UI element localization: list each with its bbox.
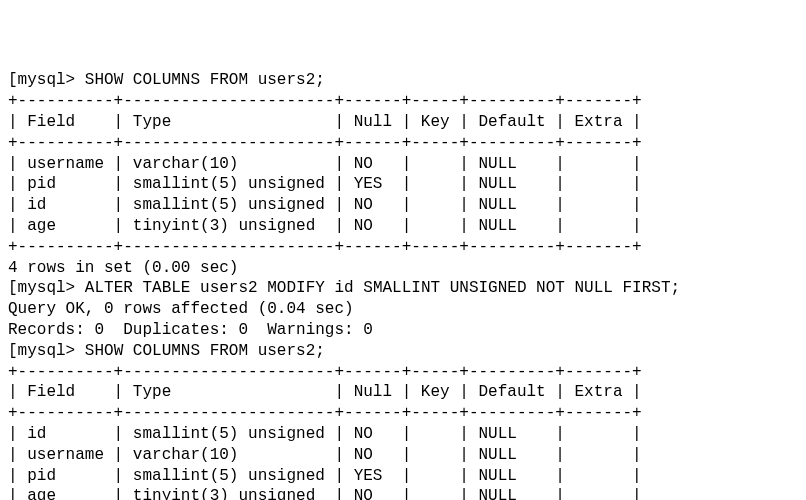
mysql-prompt: mysql> <box>18 342 85 360</box>
table-row: | pid | smallint(5) unsigned | YES | | N… <box>8 466 798 487</box>
mysql-prompt-line[interactable]: [mysql> ALTER TABLE users2 MODIFY id SMA… <box>8 278 798 299</box>
table-header-row: | Field | Type | Null | Key | Default | … <box>8 382 798 403</box>
mysql-prompt-line[interactable]: [mysql> SHOW COLUMNS FROM users2; <box>8 70 798 91</box>
prompt-bracket-icon: [ <box>8 342 18 360</box>
table-row: | id | smallint(5) unsigned | NO | | NUL… <box>8 424 798 445</box>
mysql-prompt: mysql> <box>18 71 85 89</box>
table-row: | username | varchar(10) | NO | | NULL |… <box>8 445 798 466</box>
table-row: | username | varchar(10) | NO | | NULL |… <box>8 154 798 175</box>
mysql-prompt: mysql> <box>18 279 85 297</box>
table-border: +----------+----------------------+-----… <box>8 133 798 154</box>
mysql-terminal: [mysql> SHOW COLUMNS FROM users2;+------… <box>8 70 798 500</box>
sql-command[interactable]: ALTER TABLE users2 MODIFY id SMALLINT UN… <box>85 279 680 297</box>
query-message: Query OK, 0 rows affected (0.04 sec) <box>8 299 798 320</box>
table-row: | pid | smallint(5) unsigned | YES | | N… <box>8 174 798 195</box>
prompt-bracket-icon: [ <box>8 279 18 297</box>
mysql-prompt-line[interactable]: [mysql> SHOW COLUMNS FROM users2; <box>8 341 798 362</box>
sql-command[interactable]: SHOW COLUMNS FROM users2; <box>85 71 325 89</box>
table-border: +----------+----------------------+-----… <box>8 91 798 112</box>
table-border: +----------+----------------------+-----… <box>8 403 798 424</box>
table-header-row: | Field | Type | Null | Key | Default | … <box>8 112 798 133</box>
table-row: | age | tinyint(3) unsigned | NO | | NUL… <box>8 486 798 500</box>
table-row: | age | tinyint(3) unsigned | NO | | NUL… <box>8 216 798 237</box>
query-message: Records: 0 Duplicates: 0 Warnings: 0 <box>8 320 798 341</box>
sql-command[interactable]: SHOW COLUMNS FROM users2; <box>85 342 325 360</box>
table-border: +----------+----------------------+-----… <box>8 237 798 258</box>
prompt-bracket-icon: [ <box>8 71 18 89</box>
table-border: +----------+----------------------+-----… <box>8 362 798 383</box>
rows-in-set: 4 rows in set (0.00 sec) <box>8 258 798 279</box>
table-row: | id | smallint(5) unsigned | NO | | NUL… <box>8 195 798 216</box>
